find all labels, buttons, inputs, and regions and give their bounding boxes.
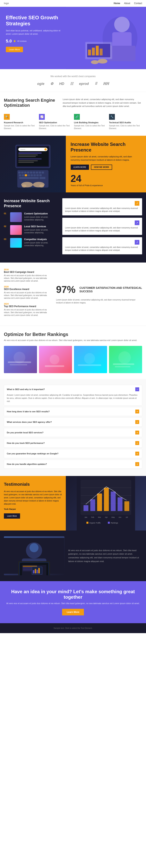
footer-copyright: Sample text. Click to select the Text El… [4, 627, 142, 629]
svg-rect-84 [86, 522, 88, 524]
svg-rect-100 [23, 570, 32, 571]
svg-text:Search...: Search... [20, 149, 27, 150]
award-1: 2016 Best SEO Campaign Award At vero eos… [4, 268, 50, 282]
svg-text:Jul: Jul [125, 516, 128, 518]
mcard-link-title: Link Building Strategies [74, 121, 107, 124]
service-title-3: Competitor Analysis [24, 238, 55, 241]
faq-question-3[interactable]: What services does your SEO agency offer… [4, 418, 142, 426]
search-visual-container: Search... [0, 136, 66, 193]
svg-rect-24 [18, 160, 38, 161]
testimonials-left: Testimonials At vero eos et accusam et j… [0, 476, 66, 530]
optimize-img-4 [109, 346, 142, 373]
mcard-keyword: 🔍 Keyword Research Sample text. Click to… [4, 114, 37, 130]
dark-section: At vero eos et accusam et justo duo dolo… [0, 530, 146, 581]
increase-banner-content: Increase Website Search Presence Lorem i… [66, 136, 146, 193]
faq-toggle-3: + [135, 420, 139, 424]
dark-text-content: At vero eos et accusam et justo duo dolo… [68, 549, 142, 563]
hero-section: Effective SEO Growth Strategies Sed vita… [0, 7, 146, 69]
svg-rect-56 [45, 365, 64, 367]
svg-rect-62 [113, 363, 134, 365]
award-title-3: Top SEO Performance Award [4, 305, 50, 308]
partner-grid: ☷ [70, 82, 73, 86]
learn-more-button[interactable]: LEARN MORE [71, 164, 89, 170]
faq-question-text-2: How long does it take to see SEO results… [7, 410, 50, 413]
awards-section: 2016 Best SEO Campaign Award At vero eos… [0, 262, 146, 326]
services-left: Increase Website Search Presence 01 Cont… [0, 192, 58, 262]
optimize-img-3 [74, 346, 107, 373]
award-desc-2: At vero eos et accusam et justo duo dolo… [4, 291, 50, 300]
faq-question-1[interactable]: What is SEO and why is it important? − [4, 385, 142, 394]
awards-left: 2016 Best SEO Campaign Award At vero eos… [4, 268, 50, 320]
keyword-icon: 🔍 [4, 114, 10, 120]
mcard-seo-desc: Sample text. Click to select the Text El… [39, 124, 72, 130]
seo-icon: 📈 [39, 114, 45, 120]
faq-question-7[interactable]: How do you handle algorithm updates? + [4, 460, 142, 468]
mcard-tech: 🔧 Technical SEO Audits Sample text. Clic… [109, 114, 142, 130]
service-item-1: 01 Content Optimization Lorem ipsum dolo… [4, 212, 55, 222]
percent-label: CUSTOMER SATISFACTION AND STRATEGICAL SU… [80, 286, 142, 293]
partners-logos: ogie ⚙ HD ☷ eprod ⠿ ℍℍ [4, 82, 142, 86]
service-num-2: 02 [4, 225, 8, 227]
svg-rect-71 [90, 499, 95, 511]
mcard-seo: 📈 SEO Optimization Sample text. Click to… [39, 114, 72, 130]
award-desc-1: At vero eos et accusam et justo duo dolo… [4, 274, 50, 282]
svg-rect-72 [97, 494, 102, 511]
svg-rect-27 [18, 172, 21, 174]
faq-question-2[interactable]: How long does it take to see SEO results… [4, 407, 142, 416]
services-title: Increase Website Search Presence [4, 198, 55, 208]
svg-text:Organic Traffic: Organic Traffic [89, 522, 101, 524]
partners-title: We worked with the world's best companie… [4, 75, 142, 78]
mcard-link-desc: Sample text. Click to select the Text El… [74, 124, 107, 130]
cta-button[interactable]: Learn More [62, 609, 84, 615]
optimize-section: Optimize for Better Rankings At vero eos… [0, 326, 146, 379]
testimonials-cta-button[interactable]: Learn More [4, 514, 20, 519]
svg-rect-75 [118, 497, 122, 511]
faq-question-5[interactable]: How do you track SEO performance? + [4, 439, 142, 447]
svg-rect-23 [18, 158, 42, 159]
testimonials-inner: Testimonials At vero eos et accusam et j… [0, 476, 146, 530]
banner-buttons: LEARN MORE HOW WE WORK [71, 164, 141, 170]
nav-contact[interactable]: Contact [134, 2, 142, 5]
svg-text:Jun: Jun [118, 516, 121, 518]
faq-question-4[interactable]: Do you provide local SEO services? + [4, 428, 142, 437]
nav-home[interactable]: Home [114, 2, 120, 5]
service-card-2: ↗ Lorem ipsum dolor sit amet, consectetu… [62, 218, 142, 235]
navbar: logo Home About Contact [0, 0, 146, 7]
faq-item-1: What is SEO and why is it important? − A… [4, 385, 142, 405]
award-year-3: 2024 [4, 303, 50, 305]
hero-person-image [66, 7, 146, 69]
nav-about[interactable]: About [124, 2, 130, 5]
mcard-seo-title: SEO Optimization [39, 121, 72, 124]
optimize-desc: At vero eos et accusam et justo duo dolo… [4, 339, 142, 342]
service-arrow-3[interactable]: ↗ [135, 240, 139, 245]
svg-rect-6 [86, 43, 111, 58]
svg-point-61 [118, 351, 131, 364]
svg-rect-105 [37, 570, 38, 574]
svg-point-12 [98, 59, 108, 63]
svg-rect-30 [27, 172, 29, 174]
service-arrow-1[interactable]: ↗ [135, 201, 139, 206]
nav-links: Home About Contact [114, 2, 142, 5]
svg-rect-25 [18, 162, 34, 163]
hero-cta-button[interactable]: Learn More [6, 47, 23, 52]
faq-question-text-5: How do you track SEO performance? [7, 442, 45, 444]
service-arrow-2[interactable]: ↗ [135, 220, 139, 225]
svg-rect-5 [85, 42, 112, 59]
partner-eprod: eprod [79, 82, 89, 86]
svg-rect-0 [66, 7, 146, 69]
mastering-right: Lorem ipsum dolor sit amet, consectetur … [63, 98, 142, 110]
faq-question-6[interactable]: Can you guarantee first-page rankings on… [4, 449, 142, 458]
award-desc-3: At vero eos et accusam et justo duo dolo… [4, 309, 50, 317]
faq-item-7: How do you handle algorithm updates? + [4, 460, 142, 469]
svg-rect-28 [21, 172, 24, 174]
percent-display: 97% CUSTOMER SATISFACTION AND STRATEGICA… [56, 284, 142, 295]
svg-rect-42 [36, 174, 39, 176]
partner-hd: HD [59, 82, 64, 86]
stat-label: Years of full of Pride & experience [71, 184, 141, 187]
service-num-3: 03 [4, 238, 8, 240]
faq-item-4: Do you provide local SEO services? + [4, 428, 142, 437]
how-we-work-button[interactable]: HOW WE WORK [91, 164, 112, 170]
testimonial-text: At vero eos et accusam et justo duo dolo… [4, 490, 62, 505]
increase-banner-title: Increase Website Search Presence [71, 142, 141, 153]
optimize-img-2 [39, 346, 72, 373]
